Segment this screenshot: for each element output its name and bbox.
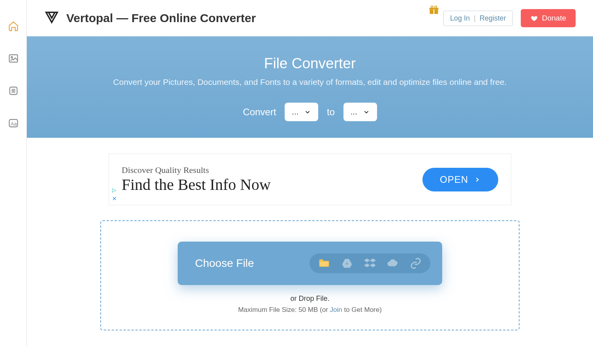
donate-button[interactable]: Donate [521,9,576,27]
link-icon [410,257,422,269]
home-icon [8,21,19,32]
hero: File Converter Convert your Pictures, Do… [27,36,593,138]
join-link[interactable]: Join [330,306,342,313]
svg-point-11 [431,6,433,8]
sidebar: Aa [0,0,27,346]
google-drive-icon [341,257,353,269]
ad-headline: Find the Best Info Now [122,175,271,194]
auth-separator: | [474,14,476,23]
onedrive-icon [387,257,399,269]
brand[interactable]: Vertopal — Free Online Converter [44,10,256,26]
brand-logo-icon [44,10,59,26]
hero-subtitle: Convert your Pictures, Documents, and Fo… [43,77,577,87]
main-content: Vertopal — Free Online Converter Log In … [27,0,593,346]
sidebar-images[interactable] [7,52,20,65]
to-format-select[interactable]: ... [343,103,377,121]
hero-title: File Converter [43,55,577,72]
font-icon: Aa [8,118,19,129]
from-format-value: ... [292,107,298,116]
svg-point-12 [435,6,437,8]
donate-label: Donate [542,14,566,23]
convert-row: Convert ... to ... [43,103,577,121]
svg-text:Aa: Aa [11,121,17,127]
ad-markers: ▷ ✕ [112,187,117,202]
ad-open-button[interactable]: OPEN [422,168,498,191]
choose-file-label: Choose File [190,257,254,270]
register-link[interactable]: Register [480,14,506,23]
drop-text: or Drop File. [117,295,503,303]
source-url[interactable] [409,257,422,269]
source-dropbox[interactable] [363,257,377,269]
sidebar-home[interactable] [7,20,20,32]
image-icon [8,53,19,64]
dropbox-icon [364,257,376,269]
source-local[interactable] [317,257,331,269]
brand-title: Vertopal — Free Online Converter [66,11,256,25]
sidebar-fonts[interactable]: Aa [7,117,20,129]
donate-icon [530,14,538,22]
convert-label: Convert [243,107,276,118]
ad-text[interactable]: Discover Quality Results Find the Best I… [122,165,271,194]
chevron-right-icon [474,176,481,183]
chevron-down-icon [304,109,311,116]
header-right: Log In | Register Donate [424,9,576,27]
document-icon [8,85,19,96]
max-size-text: Maximum File Size: 50 MB (or Join to Get… [117,306,503,314]
to-label: to [327,107,335,118]
sidebar-documents[interactable] [7,84,20,97]
svg-rect-10 [429,8,438,9]
gift-icon[interactable] [428,5,439,17]
folder-icon [318,257,330,269]
source-pills [310,253,430,273]
ad-close-icon[interactable]: ✕ [112,195,117,202]
ad-button-label: OPEN [440,174,468,185]
chevron-down-icon [363,109,370,116]
svg-rect-0 [9,55,17,62]
dropzone[interactable]: Choose File or Drop File. [100,220,520,330]
adchoices-icon[interactable]: ▷ [112,187,117,193]
svg-rect-9 [434,9,438,14]
svg-point-1 [11,56,13,58]
header: Vertopal — Free Online Converter Log In … [27,0,593,36]
auth-box: Log In | Register [443,11,513,26]
login-link[interactable]: Log In [450,14,470,23]
source-onedrive[interactable] [386,257,400,269]
source-google-drive[interactable] [340,257,354,269]
from-format-select[interactable]: ... [285,103,318,121]
choose-file-button[interactable]: Choose File [178,242,442,285]
to-format-value: ... [351,107,357,116]
svg-rect-8 [430,9,433,14]
advertisement: ▷ ✕ Discover Quality Results Find the Be… [109,154,511,205]
ad-subtitle: Discover Quality Results [122,165,271,175]
